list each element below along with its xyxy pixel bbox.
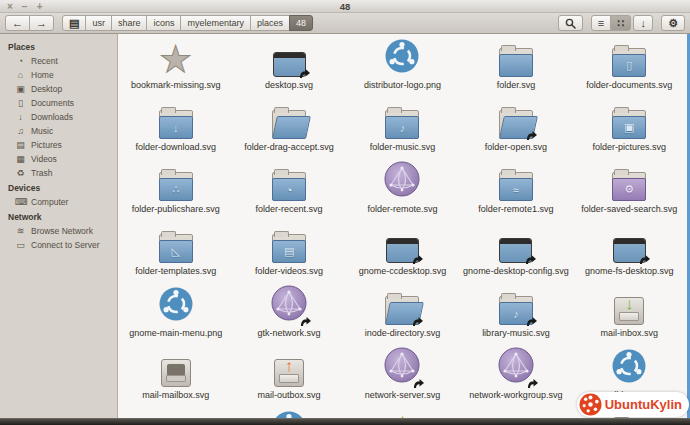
file-icon-wrap: ↑ (274, 349, 304, 388)
file-item[interactable]: folder-remote.svg (346, 163, 459, 225)
file-item[interactable]: ♪library-music.svg (459, 287, 572, 349)
gold-star-icon: ★ (386, 414, 419, 418)
file-item[interactable]: ♪folder-music.svg (346, 101, 459, 163)
file-label: network-workgroup.svg (469, 390, 562, 400)
file-item[interactable]: network-workgroup.svg (459, 349, 572, 411)
sidebar-item-label: Connect to Server (31, 240, 100, 250)
sidebar-item-computer[interactable]: ⌨Computer (0, 195, 117, 209)
file-icon-wrap: ⚙ (612, 163, 646, 202)
file-icon-wrap (272, 101, 306, 140)
file-item[interactable] (232, 411, 345, 418)
file-icon-wrap (613, 225, 646, 264)
file-item[interactable]: ★bookmark-missing.svg (119, 39, 232, 101)
file-item[interactable]: ◺folder-templates.svg (119, 225, 232, 287)
desktop-screen-icon (499, 238, 532, 263)
sidebar-item-connect-to-server[interactable]: ▭Connect to Server (0, 238, 117, 252)
file-item[interactable]: ★ (346, 411, 459, 418)
file-item[interactable]: folder-open.svg (459, 101, 572, 163)
breadcrumb-usr[interactable]: usr (85, 15, 112, 31)
file-item[interactable]: ∴folder-publicshare.svg (119, 163, 232, 225)
file-item[interactable]: ▯folder-documents.svg (573, 39, 686, 101)
open-folder-icon (385, 296, 419, 325)
sidebar-item-downloads[interactable]: ↓Downloads (0, 110, 117, 124)
sidebar-item-home[interactable]: ⌂Home (0, 68, 117, 82)
file-item[interactable]: ▤folder-videos.svg (232, 225, 345, 287)
file-item[interactable]: folder-drag-accept.svg (232, 101, 345, 163)
sidebar-item-music[interactable]: ♫Music (0, 124, 117, 138)
file-icon-wrap: ▤ (272, 225, 306, 264)
folder-saved-search-icon: ⚙ (612, 172, 646, 201)
file-item[interactable]: gtk-network.svg (232, 287, 345, 349)
sidebar-item-videos[interactable]: ▦Videos (0, 152, 117, 166)
file-item[interactable]: ↑mail-outbox.svg (232, 349, 345, 411)
file-item[interactable]: network-server.svg (346, 349, 459, 411)
file-item[interactable]: ◔folder-recent.svg (232, 163, 345, 225)
breadcrumb-root[interactable]: ▤ (62, 15, 86, 31)
file-item[interactable] (459, 411, 572, 418)
file-item[interactable]: gnome-main-menu.png (119, 287, 232, 349)
file-icon-wrap (384, 163, 420, 202)
file-item[interactable]: gnome-ccdesktop.svg (346, 225, 459, 287)
breadcrumb-myelementary[interactable]: myelementary (180, 15, 251, 31)
breadcrumb-share[interactable]: share (111, 15, 148, 31)
close-icon[interactable]: × (7, 2, 13, 12)
nav-buttons: ← → (5, 15, 54, 31)
back-button[interactable]: ← (5, 15, 30, 31)
file-icon-wrap (499, 225, 532, 264)
file-icon-wrap: ↓ (614, 287, 644, 326)
file-item[interactable]: gnome-fs-desktop.svg (573, 225, 686, 287)
file-label: gtk-network.svg (258, 328, 321, 338)
shortcut-arrow-icon (527, 378, 539, 389)
breadcrumb-places[interactable]: places (250, 15, 290, 31)
file-icon-wrap: ♪ (385, 101, 419, 140)
sidebar-item-documents[interactable]: ▯Documents (0, 96, 117, 110)
sort-button[interactable]: ↓ (633, 15, 653, 31)
search-button[interactable] (558, 15, 583, 31)
wifi-icon: ≋ (15, 226, 26, 236)
sidebar-item-label: Computer (31, 197, 68, 207)
file-item[interactable]: mail-mailbox.svg (119, 349, 232, 411)
file-icon-wrap (499, 101, 533, 140)
file-item[interactable]: ≈folder-remote1.svg (459, 163, 572, 225)
sidebar-item-pictures[interactable]: ▤Pictures (0, 138, 117, 152)
sidebar-item-trash[interactable]: ♻Trash (0, 166, 117, 180)
grid-view-button[interactable]: ∷ (610, 15, 631, 31)
file-item[interactable]: ↓mail-inbox.svg (573, 287, 686, 349)
file-label: folder-publicshare.svg (132, 204, 220, 214)
sidebar-item-desktop[interactable]: ▣Desktop (0, 82, 117, 96)
maximize-icon[interactable]: + (37, 2, 43, 12)
file-icon-wrap (385, 287, 419, 326)
forward-button[interactable]: → (29, 15, 54, 31)
file-item[interactable]: folder.svg (459, 39, 572, 101)
forward-arrow-icon: → (36, 17, 47, 29)
sidebar-heading-devices: Devices (0, 180, 117, 195)
file-item[interactable]: distributor-logo.png (346, 39, 459, 101)
sidebar-item-label: Home (31, 70, 54, 80)
sidebar-item-browse-network[interactable]: ≋Browse Network (0, 224, 117, 238)
list-view-button[interactable]: ≡ (591, 15, 611, 31)
file-item[interactable]: desktop.svg (232, 39, 345, 101)
breadcrumb-icons[interactable]: icons (146, 15, 181, 31)
file-label: library-music.svg (482, 328, 550, 338)
file-icon-wrap: ★ (386, 411, 419, 418)
file-item[interactable]: ↓folder-download.svg (119, 101, 232, 163)
breadcrumb-48[interactable]: 48 (289, 15, 313, 31)
file-item[interactable]: inode-directory.svg (346, 287, 459, 349)
settings-button[interactable]: ⚙ (661, 15, 685, 31)
sidebar-item-label: Trash (31, 168, 52, 178)
file-item[interactable] (119, 411, 232, 418)
sidebar-item-label: Desktop (31, 84, 62, 94)
file-icon-wrap (273, 39, 306, 78)
shortcut-arrow-icon (413, 378, 425, 389)
file-label: gnome-main-menu.png (129, 328, 222, 338)
file-item[interactable]: ▣folder-pictures.svg (573, 101, 686, 163)
sidebar-item-recent[interactable]: ◔Recent (0, 54, 117, 68)
file-item[interactable]: ⚙folder-saved-search.svg (573, 163, 686, 225)
folder-publicshare-icon: ∴ (159, 172, 193, 201)
folder-recent-icon: ◔ (272, 172, 306, 201)
minimize-icon[interactable]: − (22, 2, 28, 12)
ubuntu-logo-icon (612, 349, 646, 387)
library-music-icon: ♪ (499, 296, 533, 325)
drive-icon: ▤ (69, 18, 79, 29)
file-item[interactable]: gnome-desktop-config.svg (459, 225, 572, 287)
